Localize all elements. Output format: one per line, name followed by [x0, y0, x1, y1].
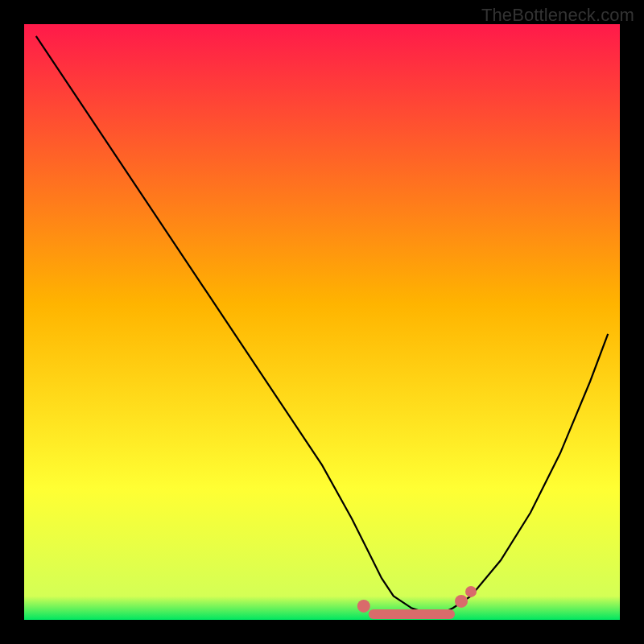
chart-container: TheBottleneck.com — [0, 0, 644, 644]
optimal-bar — [369, 609, 455, 619]
chart-svg — [0, 0, 644, 644]
optimal-start-dot — [357, 600, 370, 613]
optimal-end-dot-1 — [455, 595, 468, 608]
watermark: TheBottleneck.com — [481, 5, 634, 26]
optimal-end-dot-2 — [465, 586, 477, 597]
plot-background — [24, 24, 620, 620]
